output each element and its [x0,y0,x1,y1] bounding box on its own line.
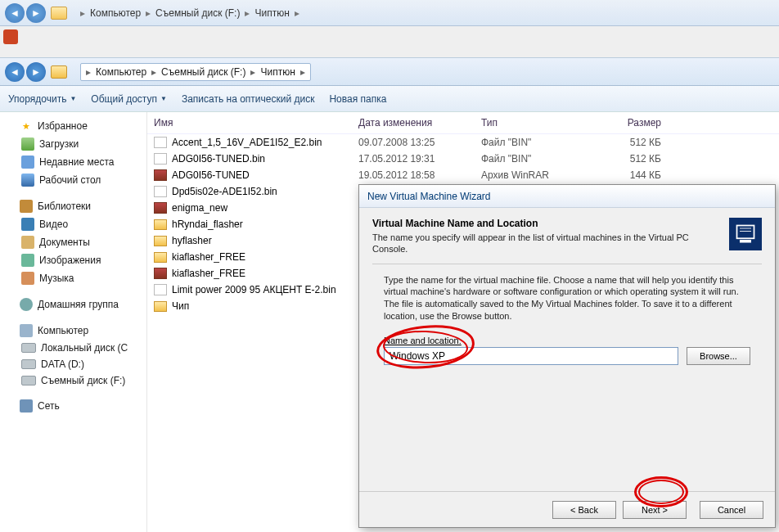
sidebar-drive-f[interactable]: Съемный диск (F:) [5,372,146,389]
file-date: 09.07.2008 13:25 [358,137,481,148]
sidebar-item-downloads[interactable]: Загрузки [5,135,146,153]
sidebar-libraries[interactable]: Библиотеки [5,197,146,215]
sidebar-network[interactable]: Сеть [5,397,146,415]
image-icon [21,254,34,267]
toolbar-share[interactable]: Общий доступ▼ [91,93,167,105]
recent-icon [21,156,34,169]
cancel-button[interactable]: Cancel [700,501,763,519]
toolbar-burn[interactable]: Записать на оптический диск [182,93,315,105]
window-tabstrip [0,26,779,59]
star-icon: ★ [20,119,33,133]
file-icon [154,153,167,165]
sidebar-item-music[interactable]: Музыка [5,269,146,287]
explorer-navbar: ◄ ► ▸Компьютер ▸Съемный диск (F:) ▸Чиптю… [0,58,779,86]
breadcrumb[interactable]: ▸Компьютер ▸Съемный диск (F:) ▸Чиптюн ▸ [80,63,311,81]
file-icon [154,202,167,214]
homegroup-icon [20,298,33,311]
col-date: Дата изменения [358,117,481,128]
vm-icon [729,218,762,250]
file-name: Limit power 2009 95 АКЦЕНТ Е-2.bin [172,284,336,295]
toolbar-organize[interactable]: Упорядочить▼ [8,93,76,105]
dialog-footer: < Back Next > Cancel [359,491,775,527]
explorer-sidebar: ★Избранное Загрузки Недавние места Рабоч… [0,112,147,532]
file-name: enigma_new [172,202,227,214]
file-icon [154,236,167,246]
next-button[interactable]: Next > [623,501,687,519]
file-type: Файл "BIN" [481,137,596,148]
desktop-icon [21,174,34,187]
dialog-title: New Virtual Machine Wizard [359,185,775,208]
sidebar-item-recent[interactable]: Недавние места [5,153,146,171]
nav-fwd-icon[interactable]: ► [26,3,46,23]
file-icon [154,268,167,279]
file-type: Архив WinRAR [481,169,596,181]
dialog-description: Type the name for the virtual machine fi… [372,274,762,322]
file-icon [154,186,167,197]
sidebar-drive-d[interactable]: DATA (D:) [5,356,146,372]
file-row[interactable]: Accent_1,5_16V_ADE1I52_E2.bin09.07.2008 … [147,134,779,151]
document-icon [21,236,34,249]
col-name: Имя [154,117,358,128]
file-name: hyflasher [172,235,212,246]
sidebar-item-desktop[interactable]: Рабочий стол [5,171,146,189]
vm-name-input[interactable] [384,347,678,365]
file-icon [154,284,167,295]
drive-icon [21,359,36,369]
sidebar-favorites[interactable]: ★Избранное [5,117,146,135]
folder-icon [51,65,67,79]
nav-back-icon[interactable]: ◄ [5,3,25,23]
svg-rect-1 [740,240,751,243]
file-name: kiaflasher_FREE [172,268,245,279]
dialog-subheading: The name you specify will appear in the … [372,232,719,255]
drive-icon [21,376,36,385]
file-name: ADG0I56-TUNED.bin [172,153,265,165]
file-name: kiaflasher_FREE [172,251,245,263]
nav-back-icon[interactable]: ◄ [5,62,25,82]
file-icon [154,301,167,312]
explorer-toolbar: Упорядочить▼ Общий доступ▼ Записать на о… [0,86,779,112]
file-name: hRyndai_flasher [172,219,243,230]
network-icon [20,399,33,413]
opera-icon[interactable] [3,29,18,44]
dialog-heading: Virtual Machine Name and Location [372,218,719,229]
computer-icon [20,324,33,337]
download-icon [21,138,34,151]
file-date: 17.05.2012 19:31 [358,153,481,165]
library-icon [20,200,33,213]
col-size: Размер [596,117,661,128]
file-size: 144 КБ [596,169,661,181]
new-vm-wizard-dialog: New Virtual Machine Wizard Virtual Machi… [358,184,776,528]
sidebar-item-images[interactable]: Изображения [5,251,146,269]
nav-fwd-icon[interactable]: ► [26,62,46,82]
browse-button[interactable]: Browse... [687,347,750,365]
file-row[interactable]: ADG0I56-TUNED19.05.2012 18:58Архив WinRA… [147,167,779,183]
name-location-label: Name and location: [372,336,762,345]
bg-window-navbar: ◄ ► ▸Компьютер ▸Съемный диск (F:) ▸Чиптю… [0,0,779,26]
music-icon [21,272,34,285]
col-type: Тип [481,117,596,128]
bg-breadcrumb[interactable]: ▸Компьютер ▸Съемный диск (F:) ▸Чиптюн ▸ [80,7,299,19]
file-icon [154,219,167,230]
drive-icon [21,343,36,353]
back-button[interactable]: < Back [552,501,616,519]
file-name: Чип [172,300,189,312]
sidebar-homegroup[interactable]: Домашняя группа [5,295,146,313]
sidebar-item-documents[interactable]: Документы [5,233,146,251]
toolbar-newfolder[interactable]: Новая папка [329,93,386,105]
sidebar-drive-c[interactable]: Локальный диск (C [5,340,146,356]
file-name: Accent_1,5_16V_ADE1I52_E2.bin [172,137,322,148]
file-name: Dpd5is02e-ADE1I52.bin [172,186,277,197]
file-size: 512 КБ [596,153,661,165]
sidebar-computer[interactable]: Компьютер [5,322,146,340]
file-date: 19.05.2012 18:58 [358,169,481,181]
file-row[interactable]: ADG0I56-TUNED.bin17.05.2012 19:31Файл "B… [147,151,779,167]
file-icon [154,137,167,148]
file-name: ADG0I56-TUNED [172,169,250,181]
column-headers[interactable]: Имя Дата изменения Тип Размер [147,112,779,134]
file-icon [154,169,167,181]
file-icon [154,252,167,263]
svg-rect-0 [737,226,754,239]
file-type: Файл "BIN" [481,153,596,165]
sidebar-item-video[interactable]: Видео [5,215,146,233]
folder-icon [51,7,67,20]
